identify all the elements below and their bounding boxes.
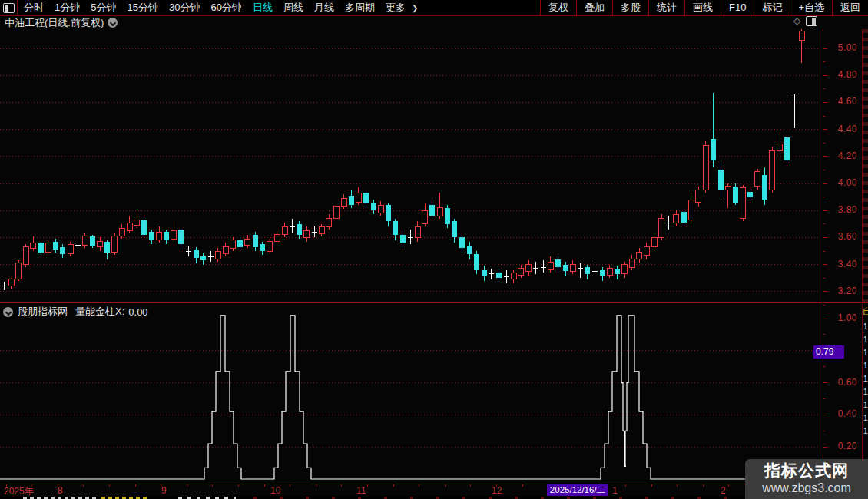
date-axis-label: 10 — [270, 485, 280, 496]
price-axis-label: 5.00 — [830, 42, 857, 53]
price-axis-label: 4.80 — [830, 69, 857, 80]
clipped-char: 自 — [863, 306, 868, 317]
period-tab-5分钟[interactable]: 5分钟 — [91, 1, 116, 15]
window-layout-button[interactable] — [0, 0, 18, 15]
date-axis-label: 9 — [161, 485, 167, 496]
clipped-digit: 1 — [863, 425, 868, 438]
symbol-title-bar: 中油工程(日线.前复权) — [0, 16, 118, 29]
date-axis-label: 8 — [58, 485, 63, 496]
indicator-name[interactable]: 量能金柱X: — [75, 305, 124, 319]
toolbar-buttons: 复权叠加多股统计画线F10标记+自选返回 — [540, 0, 868, 15]
watermark-title: 指标公式网 — [745, 461, 868, 481]
period-tab-30分钟[interactable]: 30分钟 — [169, 1, 200, 15]
period-tab-月线[interactable]: 月线 — [314, 1, 334, 15]
period-tab-1分钟[interactable]: 1分钟 — [55, 1, 80, 15]
period-tab-60分钟[interactable]: 60分钟 — [210, 1, 241, 15]
date-axis-label: 2 — [721, 485, 726, 496]
toolbar-button-F10[interactable]: F10 — [721, 0, 754, 15]
clipped-digit: 1 — [863, 346, 868, 359]
price-axis-label: 4.00 — [830, 177, 857, 188]
price-axis-label: 3.40 — [830, 259, 857, 269]
period-toolbar: 分时1分钟5分钟15分钟30分钟60分钟日线周线月线多周期更多❯ 复权叠加多股统… — [0, 0, 868, 16]
chart-window-icons: ◇ — [793, 16, 817, 26]
diamond-icon[interactable]: ◇ — [793, 16, 800, 26]
indicator-last-value-tag: 0.79 — [813, 345, 844, 359]
indicator-value: 0.00 — [128, 306, 147, 318]
indicator-source: 股朋指标网 — [18, 305, 68, 319]
clipped-digit: 1 — [863, 385, 868, 398]
period-tab-分时[interactable]: 分时 — [24, 1, 44, 15]
period-tab-日线[interactable]: 日线 — [253, 1, 273, 15]
chevron-down-icon[interactable] — [108, 18, 118, 28]
price-axis-label: 4.40 — [830, 124, 857, 134]
more-chevron-icon[interactable]: ❯ — [412, 4, 418, 12]
clipped-digit: 1 — [863, 372, 868, 385]
toolbar-button-复权[interactable]: 复权 — [540, 0, 576, 15]
stock-chart-app: 分时1分钟5分钟15分钟30分钟60分钟日线周线月线多周期更多❯ 复权叠加多股统… — [0, 0, 868, 499]
selected-date-badge: 2025/12/16/二 — [547, 484, 608, 496]
toolbar-button-返回[interactable]: 返回 — [832, 0, 868, 15]
bottom-clipped-statusbar — [0, 496, 868, 499]
split-window-icon — [3, 3, 15, 13]
indicator-axis-label: 0.20 — [830, 441, 857, 451]
clipped-digit: 1 — [863, 333, 868, 346]
indicator-axis-label: 1.00 — [830, 312, 857, 323]
right-edge-clipped-list: 自 111111111 — [862, 304, 868, 484]
symbol-title: 中油工程(日线.前复权) — [5, 16, 104, 30]
date-axis-label: 12 — [492, 485, 502, 496]
period-tab-多周期[interactable]: 多周期 — [345, 1, 375, 15]
toolbar-button-+自选[interactable]: +自选 — [790, 0, 832, 15]
period-tabs: 分时1分钟5分钟15分钟30分钟60分钟日线周线月线多周期更多❯ — [24, 1, 418, 15]
right-edge-clipped-panel — [862, 29, 868, 302]
indicator-axis-label: 0.40 — [830, 408, 857, 419]
site-watermark: 指标公式网 www.zbgs3.com — [745, 459, 868, 499]
indicator-header: 股朋指标网 量能金柱X: 0.00 — [3, 305, 148, 319]
toolbar-button-统计[interactable]: 统计 — [648, 0, 684, 15]
chart-canvas[interactable] — [0, 0, 868, 499]
date-axis-label: 1 — [612, 485, 618, 496]
watermark-url: www.zbgs3.com — [745, 481, 868, 496]
price-axis-label: 4.60 — [830, 96, 857, 107]
clipped-digit: 1 — [863, 398, 868, 411]
toolbar-button-多股[interactable]: 多股 — [612, 0, 648, 15]
toolbar-button-画线[interactable]: 画线 — [684, 0, 721, 15]
toolbar-button-叠加[interactable]: 叠加 — [576, 0, 612, 15]
indicator-axis-label: 0.60 — [830, 377, 857, 388]
period-tab-周线[interactable]: 周线 — [283, 1, 303, 15]
price-axis-label: 3.20 — [830, 286, 857, 296]
split-view-icon[interactable] — [806, 16, 817, 26]
toolbar-button-标记[interactable]: 标记 — [754, 0, 790, 15]
period-tab-15分钟[interactable]: 15分钟 — [127, 1, 157, 15]
period-tab-更多[interactable]: 更多 — [386, 1, 406, 15]
date-axis-label: 11 — [356, 485, 366, 496]
price-axis-label: 3.80 — [830, 204, 857, 215]
price-axis-label: 3.60 — [830, 231, 857, 242]
clipped-digit: 1 — [863, 359, 868, 372]
chevron-down-icon[interactable] — [3, 307, 13, 317]
clipped-digit: 1 — [863, 411, 868, 425]
clipped-digit: 1 — [863, 320, 868, 333]
price-axis-label: 4.20 — [830, 150, 857, 161]
